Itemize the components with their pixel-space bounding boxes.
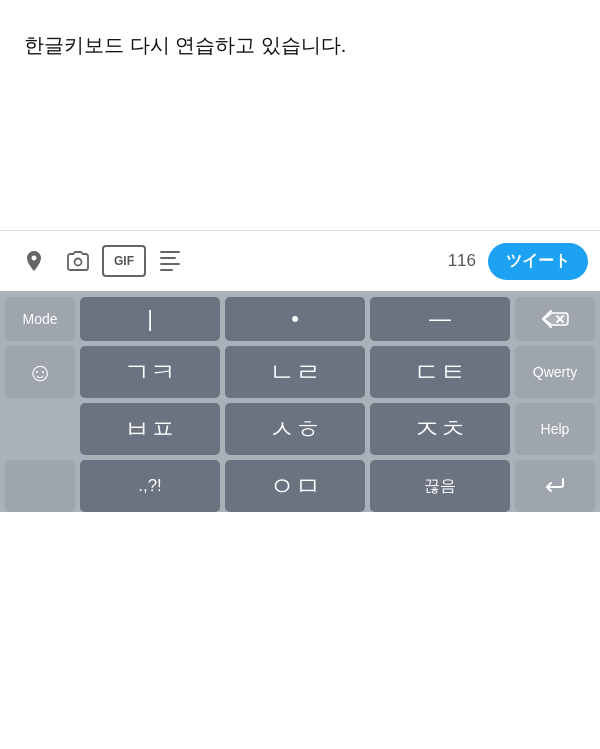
keyboard-row-3: ㅂㅍ ㅅㅎ ㅈㅊ Help [0,403,600,455]
camera-icon[interactable] [56,239,100,283]
gif-button[interactable]: GIF [102,245,146,277]
keyboard-row-1: Mode | • — [0,297,600,341]
svg-point-0 [75,259,82,266]
help-key[interactable]: Help [515,403,595,455]
text-align-icon[interactable] [148,239,192,283]
space-key[interactable]: ⎵ [5,460,75,512]
punctuation-key[interactable]: .,?! [80,460,220,512]
text-compose-area[interactable]: 한글키보드 다시 연습하고 있습니다. [0,0,600,230]
siot-key[interactable]: ㅅㅎ [225,403,365,455]
jieut-key[interactable]: ㅈㅊ [370,403,510,455]
mode-key[interactable]: Mode [5,297,75,341]
pipe-key[interactable]: | [80,297,220,341]
middledot-key[interactable]: • [225,297,365,341]
compose-toolbar: GIF 116 ツイート [0,230,600,291]
location-icon[interactable] [12,239,56,283]
keyboard-row-4: ⎵ .,?! ㅇㅁ 끊음 [0,460,600,512]
space-icon: ⎵ [35,477,45,495]
compose-text: 한글키보드 다시 연습하고 있습니다. [24,30,576,60]
keuneum-key[interactable]: 끊음 [370,460,510,512]
enter-key[interactable] [515,460,595,512]
gieuk-key[interactable]: ㄱㅋ [80,346,220,398]
tweet-button[interactable]: ツイート [488,243,588,280]
nieun-key[interactable]: ㄴㄹ [225,346,365,398]
dash-key[interactable]: — [370,297,510,341]
gif-label: GIF [114,254,134,268]
qwerty-key[interactable]: Qwerty [515,346,595,398]
emoji-key[interactable]: ☺ [5,346,75,398]
character-count: 116 [448,251,476,271]
keyboard-row-2: ☺ ㄱㅋ ㄴㄹ ㄷㅌ Qwerty [0,346,600,398]
bieup-key[interactable]: ㅂㅍ [80,403,220,455]
keyboard: Mode | • — ☺ ㄱㅋ [0,291,600,512]
backspace-key[interactable] [515,297,595,341]
ieung-key[interactable]: ㅇㅁ [225,460,365,512]
digeut-key[interactable]: ㄷㅌ [370,346,510,398]
